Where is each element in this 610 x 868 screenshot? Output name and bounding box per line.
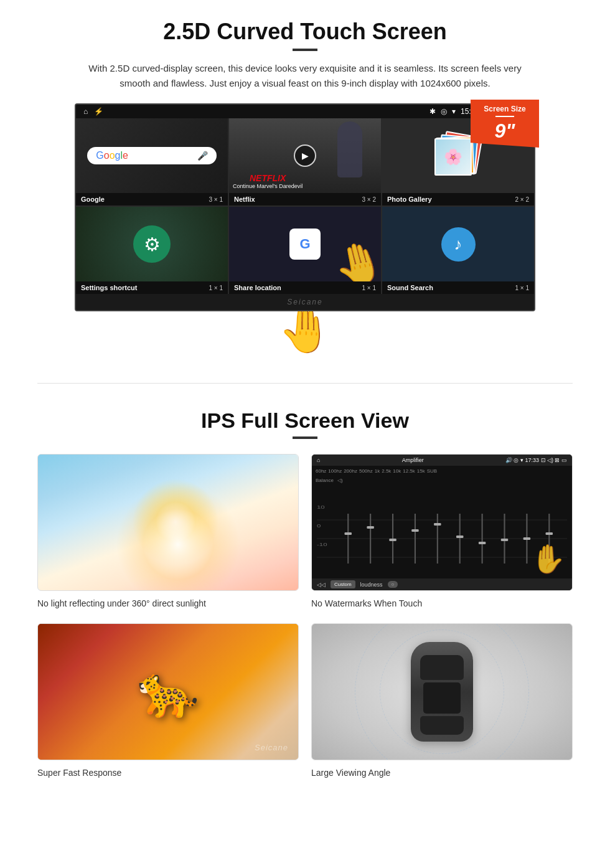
cheetah-watermark: Seicane (255, 743, 288, 752)
eq-footer: ◁◁ Custom loudness ○ (312, 578, 572, 590)
netflix-label-row: Netflix 3 × 2 (229, 193, 381, 205)
car-visual (312, 624, 572, 760)
photo-card-4: 🌸 (434, 138, 472, 176)
netflix-subtitle: Continue Marvel's Daredevil (233, 183, 303, 189)
ips-image-car (311, 623, 573, 760)
ips-item-cheetah: 🐆 Seicane Super Fast Response (37, 623, 299, 780)
gallery-label-row: Photo Gallery 2 × 2 (382, 193, 534, 205)
settings-bg: ⚙ (76, 207, 228, 281)
app-cell-google[interactable]: Google 🎤 Google 3 × 1 (76, 118, 228, 205)
eq-fader-label: ◁) (337, 478, 343, 483)
google-app-size: 3 × 1 (209, 196, 223, 203)
hand-gesture-icon: 🤚 (329, 235, 381, 281)
ips-item-sunlight: No light reflecting under 360° direct su… (37, 454, 299, 611)
google-label-row: Google 3 × 1 (76, 193, 228, 205)
eq-touch-hand-icon: ✋ (531, 542, 566, 575)
svg-text:0: 0 (317, 523, 321, 529)
google-app-name: Google (81, 196, 105, 203)
app-cell-settings[interactable]: ⚙ Settings shortcut 1 × 1 (76, 207, 228, 294)
cheetah-caption: Super Fast Response (37, 765, 299, 780)
section-ips: IPS Full Screen View No light reflecting… (0, 402, 610, 799)
ips-image-eq: ⌂ Amplifier 🔊 ◎ ▾ 17:33 ⊡ ◁) ⊠ ▭ 60hz100… (311, 454, 573, 591)
google-search-bar[interactable]: Google 🎤 (87, 147, 216, 164)
google-logo: Google (96, 150, 128, 161)
eq-icons: 🔊 ◎ ▾ 17:33 ⊡ ◁) ⊠ ▭ (505, 457, 567, 463)
sound-app-size: 1 × 1 (515, 285, 529, 291)
app-cell-netflix[interactable]: ▶ NETFLIX Continue Marvel's Daredevil Ne… (229, 118, 381, 205)
status-bar: ⌂ ⚡ ✱ ◎ ▾ 15:06 ⊡ ◁) ⊠ ▭ (76, 105, 534, 118)
screen-size-badge: Screen Size 9" (471, 100, 539, 148)
ips-item-eq: ⌂ Amplifier 🔊 ◎ ▾ 17:33 ⊡ ◁) ⊠ ▭ 60hz100… (311, 454, 573, 611)
svg-rect-11 (389, 539, 396, 541)
eq-visual: ⌂ Amplifier 🔊 ◎ ▾ 17:33 ⊡ ◁) ⊠ ▭ 60hz100… (312, 455, 572, 590)
ips-image-sunlight (37, 454, 299, 591)
eq-bars-svg: 10 0 -10 (317, 501, 567, 576)
eq-back-icon: ◁◁ (317, 582, 326, 588)
cheetah-emoji: 🐆 (137, 663, 199, 721)
sound-label-row: Sound Search 1 × 1 (382, 281, 534, 294)
car-windshield (420, 655, 464, 680)
share-bg: G 🤚 (229, 207, 381, 281)
eq-balance-label: Balance (316, 478, 334, 483)
gear-icon: ⚙ (144, 234, 161, 255)
app-grid: Google 🎤 Google 3 × 1 (76, 118, 534, 294)
title-underline-2 (293, 436, 317, 439)
google-mic-icon[interactable]: 🎤 (197, 151, 208, 161)
eq-caption: No Watermarks When Touch (311, 596, 573, 611)
netflix-figure: ▶ NETFLIX Continue Marvel's Daredevil (229, 118, 381, 193)
app-cell-sound-search[interactable]: ♪ Sound Search 1 × 1 (382, 207, 534, 294)
settings-app-size: 1 × 1 (209, 285, 223, 291)
svg-rect-7 (345, 532, 352, 535)
eq-custom-button[interactable]: Custom (331, 580, 355, 588)
cheetah-visual: 🐆 Seicane (38, 624, 298, 760)
sound-app-name: Sound Search (387, 284, 433, 291)
ips-grid: No light reflecting under 360° direct su… (37, 454, 573, 780)
app-cell-share-location[interactable]: G 🤚 Share location 1 × 1 (229, 207, 381, 294)
svg-rect-13 (411, 529, 418, 532)
eq-bars-container: 10 0 -10 (312, 484, 572, 578)
sky-visual (38, 455, 298, 590)
svg-rect-23 (523, 537, 530, 540)
settings-icon-circle: ⚙ (133, 225, 171, 263)
settings-label-row: Settings shortcut 1 × 1 (76, 281, 228, 294)
wifi-icon: ▾ (452, 107, 456, 116)
car-caption: Large Viewing Angle (311, 765, 573, 780)
share-app-name: Share location (234, 284, 281, 291)
sound-bg: ♪ (382, 207, 534, 281)
share-app-size: 1 × 1 (362, 285, 376, 291)
section2-title: IPS Full Screen View (37, 408, 573, 433)
music-note-icon: ♪ (454, 235, 462, 254)
badge-divider (495, 116, 514, 117)
eq-title: Amplifier (402, 457, 424, 463)
title-underline-1 (293, 49, 317, 51)
netflix-brand: NETFLIX (233, 173, 303, 183)
bt-icon: ✱ (429, 107, 436, 116)
car-roof (423, 682, 461, 714)
share-location-content: G 🤚 (229, 207, 381, 281)
share-label-row: Share location 1 × 1 (229, 281, 381, 294)
settings-content: ⚙ (76, 207, 228, 281)
section-curved-screen: 2.5D Curved Touch Screen With 2.5D curve… (0, 0, 610, 364)
netflix-app-name: Netflix (234, 196, 255, 203)
ips-item-car: Large Viewing Angle (311, 623, 573, 780)
section1-description: With 2.5D curved-display screen, this de… (87, 61, 523, 91)
svg-text:-10: -10 (317, 542, 327, 547)
maps-g: G (299, 236, 310, 252)
netflix-play-button[interactable]: ▶ (294, 144, 316, 167)
section1-title: 2.5D Curved Touch Screen (37, 19, 573, 45)
badge-label: Screen Size (477, 105, 533, 113)
music-icon-circle: ♪ (441, 227, 476, 262)
svg-rect-25 (546, 532, 553, 535)
maps-icon: G (289, 229, 321, 260)
sunlight-caption: No light reflecting under 360° direct su… (37, 596, 299, 611)
gallery-app-name: Photo Gallery (387, 196, 432, 203)
google-bg: Google 🎤 (76, 118, 228, 193)
svg-rect-15 (434, 523, 441, 526)
ips-image-cheetah: 🐆 Seicane (37, 623, 299, 760)
eq-header: ⌂ Amplifier 🔊 ◎ ▾ 17:33 ⊡ ◁) ⊠ ▭ (312, 455, 572, 466)
home-icon: ⌂ (83, 107, 88, 116)
svg-rect-19 (479, 542, 486, 544)
android-screen: ⌂ ⚡ ✱ ◎ ▾ 15:06 ⊡ ◁) ⊠ ▭ (75, 103, 535, 311)
eq-toggle[interactable]: ○ (388, 581, 398, 588)
usb-icon: ⚡ (94, 107, 103, 116)
